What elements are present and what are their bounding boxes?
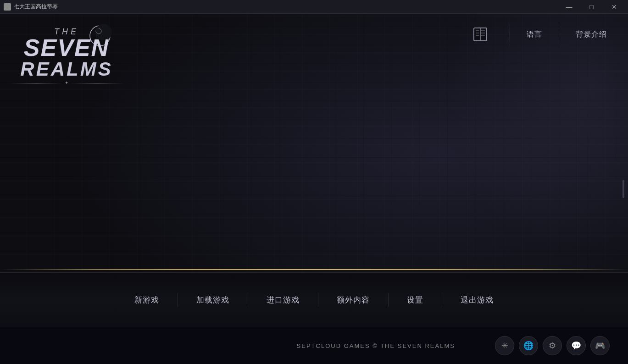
title-bar-controls: — □ ✕ bbox=[559, 0, 624, 14]
scroll-hint bbox=[622, 180, 624, 198]
top-nav: 语言 背景介绍 bbox=[0, 14, 628, 55]
bottom-menu: 新游戏加载游戏进口游戏额外内容设置退出游戏 bbox=[0, 272, 628, 327]
book-nav-button[interactable] bbox=[469, 23, 491, 45]
footer-steam-icon-button[interactable]: ⚙ bbox=[543, 336, 562, 355]
menu-item-load-game[interactable]: 加载游戏 bbox=[178, 290, 248, 310]
book-icon bbox=[472, 26, 489, 43]
main-content: THE SEVEN REALMS ✦ bbox=[0, 14, 628, 364]
menu-item-import-game[interactable]: 进口游戏 bbox=[248, 290, 318, 310]
title-bar: 七大王国高拉蒂幂 — □ ✕ bbox=[0, 0, 628, 14]
nav-divider-2 bbox=[559, 21, 559, 48]
minimize-button[interactable]: — bbox=[559, 0, 579, 14]
language-button[interactable]: 语言 bbox=[519, 26, 550, 43]
title-bar-title: 七大王国高拉蒂幂 bbox=[14, 3, 58, 11]
footer-social-icon-button[interactable]: 🎮 bbox=[590, 336, 610, 355]
gold-separator bbox=[0, 269, 628, 270]
close-button[interactable]: ✕ bbox=[604, 0, 624, 14]
background-intro-button[interactable]: 背景介绍 bbox=[568, 26, 614, 43]
menu-item-exit-game[interactable]: 退出游戏 bbox=[442, 290, 512, 310]
menu-item-new-game[interactable]: 新游戏 bbox=[116, 290, 178, 310]
nav-divider bbox=[510, 21, 510, 48]
title-bar-left: 七大王国高拉蒂幂 bbox=[4, 3, 58, 11]
logo-realms-text: REALMS bbox=[9, 60, 124, 79]
footer: SEPTCLOUD GAMES © THE SEVEN REALMS ✳🌐⚙💬🎮 bbox=[0, 327, 628, 364]
maximize-button[interactable]: □ bbox=[581, 0, 602, 14]
menu-items: 新游戏加载游戏进口游戏额外内容设置退出游戏 bbox=[0, 290, 628, 310]
menu-item-settings[interactable]: 设置 bbox=[389, 290, 442, 310]
footer-discord-icon-button[interactable]: 💬 bbox=[567, 336, 586, 355]
app-icon bbox=[4, 3, 11, 11]
menu-item-extra-content[interactable]: 额外内容 bbox=[318, 290, 388, 310]
copyright-text: SEPTCLOUD GAMES © THE SEVEN REALMS bbox=[257, 342, 495, 349]
footer-game-icon-button[interactable]: ✳ bbox=[495, 336, 514, 355]
footer-web-icon-button[interactable]: 🌐 bbox=[519, 336, 538, 355]
footer-icons: ✳🌐⚙💬🎮 bbox=[495, 336, 610, 355]
logo-ornament: ✦ bbox=[9, 81, 124, 85]
